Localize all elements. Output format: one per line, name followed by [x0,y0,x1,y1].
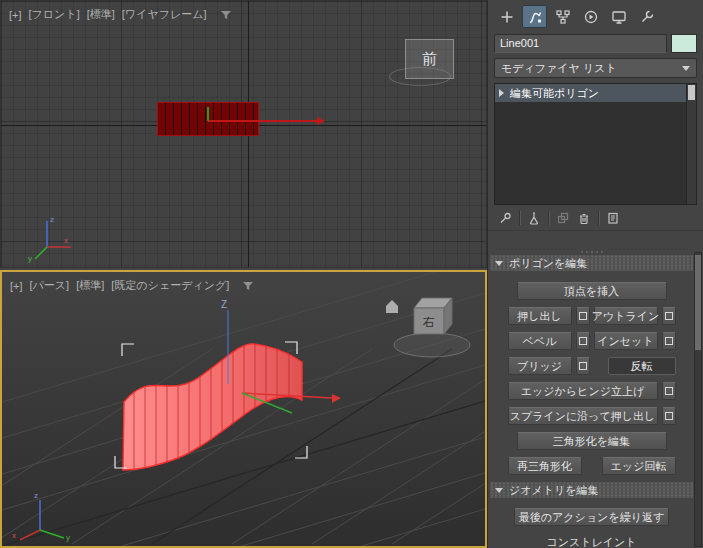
viewcube-home-icon[interactable] [386,300,398,313]
rollout-collapse-icon [495,488,503,493]
axis-x-label: x [12,531,16,540]
chevron-down-icon [682,66,690,71]
axis-y-label: y [28,254,32,263]
tab-utilities[interactable] [634,5,659,28]
retriangulate-button[interactable]: 再三角形化 [508,457,582,475]
viewcube-face-label: 右 [422,315,435,329]
viewcube[interactable]: 前 [405,39,454,79]
create-plus-icon [499,9,515,25]
world-axis-tripod: z x y [19,209,75,265]
axis-z-label: z [50,215,54,224]
show-end-result-icon[interactable] [527,211,541,225]
scrollbar-thumb[interactable] [688,85,695,100]
remove-modifier-icon[interactable] [577,211,591,225]
rollout-scroll-region: ポリゴンを編集 頂点を挿入 押し出し アウトライン ベベル インセット [488,248,695,548]
repeat-last-button[interactable]: 最後のアクションを繰り返す [514,508,669,526]
viewport-pov-label[interactable]: [パース] [30,278,70,293]
rollout-body-edit-polygons: 頂点を挿入 押し出し アウトライン ベベル インセット ブリッジ [488,271,695,482]
outline-settings-button[interactable] [662,307,676,325]
rollout-collapse-icon [495,261,503,266]
bevel-settings-button[interactable] [576,332,590,350]
viewcube-compass-ring [394,333,470,357]
bevel-button[interactable]: ベベル [508,332,572,350]
inset-button[interactable]: インセット [594,332,658,350]
object-name-row: Line001 [488,31,703,53]
object-color-swatch[interactable] [671,34,697,53]
tab-display[interactable] [606,5,631,28]
viewport-persp-label: [+] [パース] [標準] [既定のシェーディング] [10,278,254,293]
extrude-settings-button[interactable] [576,307,590,325]
inset-settings-button[interactable] [662,332,676,350]
perspective-scene: Z 右 z x y [2,272,485,546]
viewport-pov-label[interactable]: [フロント] [29,7,80,22]
viewport-layout-label[interactable]: [標準] [87,7,115,22]
rollout-header-edit-polygons[interactable]: ポリゴンを編集 [490,255,693,271]
make-unique-icon[interactable] [556,211,570,225]
filter-funnel-icon[interactable] [220,9,232,21]
transform-gizmo-x-axis[interactable] [208,120,318,122]
rollout-header-edit-geometry[interactable]: ジオメトリを編集 [490,482,693,498]
tab-motion[interactable] [578,5,603,28]
modifier-stack[interactable]: 編集可能ポリゴン [494,83,697,205]
hinge-from-edge-button[interactable]: エッジからヒンジ立上げ [508,382,658,400]
gizmo-x-arrow [332,394,341,403]
display-icon [611,9,627,25]
hierarchy-icon [555,9,571,25]
flip-button[interactable]: 反転 [608,357,676,375]
extrude-button[interactable]: 押し出し [508,307,572,325]
extrude-along-spline-settings-button[interactable] [662,407,676,425]
modifier-stack-scrollbar[interactable] [686,84,696,204]
edit-triangulation-button[interactable]: 三角形化を編集 [517,432,667,450]
modifier-stack-toolbar [488,205,703,231]
object-name-field[interactable]: Line001 [494,34,667,53]
tab-modify[interactable] [522,5,547,28]
axis-y-label: y [66,533,70,542]
axis-z-label: z [34,491,38,500]
transform-gizmo-x-arrow [317,117,325,125]
modifier-stack-row[interactable]: 編集可能ポリゴン [495,84,686,102]
scrollbar-thumb[interactable] [695,255,701,350]
rollout-body-edit-geometry: 最後のアクションを繰り返す コンストレイント [488,498,695,548]
utilities-icon [639,9,655,25]
viewport-menu-label[interactable]: [+] [9,9,22,21]
transform-gizmo-y-axis[interactable] [207,107,209,121]
command-panel-scrollbar[interactable] [694,252,702,547]
modify-icon [527,9,543,25]
modifier-list-dropdown[interactable]: モディファイヤ リスト [494,58,697,78]
toolbar-separator [519,211,520,225]
3ds-max-window: [+] [フロント] [標準] [ワイヤフレーム] 前 z x y [0,0,703,548]
tab-hierarchy[interactable] [550,5,575,28]
modifier-stack-row-label: 編集可能ポリゴン [510,86,599,101]
viewport-layout-label[interactable]: [標準] [76,278,104,293]
rollout-grip[interactable] [488,248,695,255]
expand-triangle-icon[interactable] [499,89,504,97]
viewcube-face-label[interactable]: 前 [422,50,437,69]
filter-funnel-icon[interactable] [242,280,254,292]
extrude-along-spline-button[interactable]: スプラインに沿って押し出し [508,407,658,425]
command-panel: Line001 モディファイヤ リスト 編集可能ポリゴン [487,0,703,548]
pin-stack-icon[interactable] [498,211,512,225]
turn-edge-button[interactable]: エッジ回転 [602,457,676,475]
rollout-title: ジオメトリを編集 [509,483,599,498]
viewport-front[interactable]: [+] [フロント] [標準] [ワイヤフレーム] 前 z x y [0,0,487,268]
configure-modifier-sets-icon[interactable] [606,211,620,225]
toolbar-separator [548,211,549,225]
viewport-menu-label[interactable]: [+] [10,280,23,292]
rollout-title: ポリゴンを編集 [509,256,587,271]
insert-vertex-button[interactable]: 頂点を挿入 [517,282,667,300]
bridge-button[interactable]: ブリッジ [508,357,572,375]
viewcube[interactable]: 右 [386,298,470,357]
hinge-from-edge-settings-button[interactable] [662,382,676,400]
outline-button[interactable]: アウトライン [594,307,658,325]
viewport-shading-label[interactable]: [既定のシェーディング] [111,278,229,293]
tab-create[interactable] [494,5,519,28]
viewport-shading-label[interactable]: [ワイヤフレーム] [122,7,207,22]
gizmo-z-label: Z [221,299,227,310]
motion-icon [583,9,599,25]
bridge-settings-button[interactable] [576,357,590,375]
viewport-perspective[interactable]: [+] [パース] [標準] [既定のシェーディング] [0,270,487,548]
command-panel-tabs [488,0,703,31]
constraints-group-label: コンストレイント [488,535,695,548]
toolbar-separator [598,211,599,225]
viewport-front-label: [+] [フロント] [標準] [ワイヤフレーム] [9,7,232,22]
